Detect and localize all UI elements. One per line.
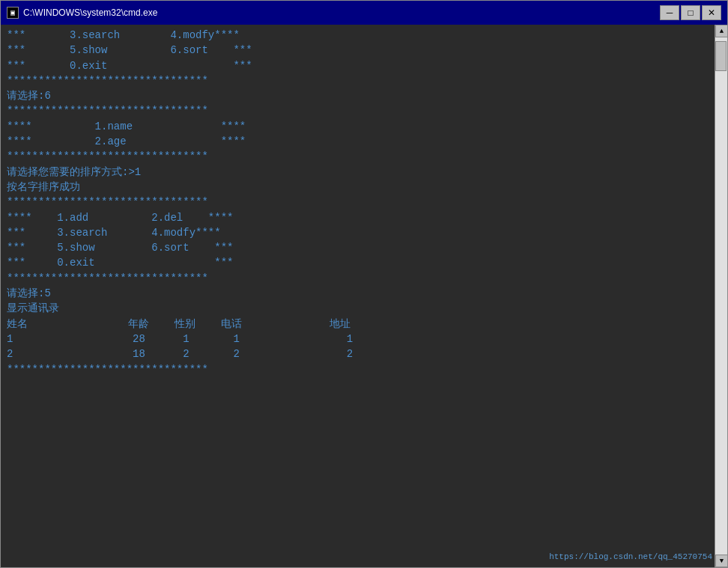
console-output[interactable]: *** 3.search 4.modfy******* 5.show 6.sor… bbox=[1, 25, 715, 567]
console-line: 显示通讯录 bbox=[7, 301, 709, 316]
console-line: *** 0.exit *** bbox=[7, 255, 709, 270]
console-line: *** 0.exit *** bbox=[7, 58, 709, 73]
scroll-down-button[interactable]: ▼ bbox=[715, 555, 727, 567]
scroll-up-button[interactable]: ▲ bbox=[715, 25, 727, 37]
scroll-track bbox=[715, 37, 727, 555]
console-line: 按名字排序成功 bbox=[7, 180, 709, 195]
cmd-window: ▣ C:\WINDOWS\system32\cmd.exe ─ □ ✕ *** … bbox=[0, 0, 728, 568]
console-line: 2 18 2 2 2 bbox=[7, 346, 709, 361]
console-line: *** 5.show 6.sort *** bbox=[7, 43, 709, 58]
title-bar: ▣ C:\WINDOWS\system32\cmd.exe ─ □ ✕ bbox=[1, 1, 727, 25]
title-bar-left: ▣ C:\WINDOWS\system32\cmd.exe bbox=[7, 7, 157, 19]
console-line: 请选择:5 bbox=[7, 286, 709, 301]
close-button[interactable]: ✕ bbox=[702, 5, 721, 20]
console-line: **** 1.name **** bbox=[7, 119, 709, 134]
scrollbar[interactable]: ▲ ▼ bbox=[715, 25, 727, 567]
console-line: **** 1.add 2.del **** bbox=[7, 210, 709, 225]
maximize-button[interactable]: □ bbox=[681, 5, 700, 20]
minimize-button[interactable]: ─ bbox=[660, 5, 679, 20]
console-line: ******************************** bbox=[7, 195, 709, 210]
watermark: https://blog.csdn.net/qq_45270754 bbox=[549, 552, 712, 561]
window-controls: ─ □ ✕ bbox=[660, 5, 721, 20]
console-line: ******************************** bbox=[7, 103, 709, 118]
console-area: *** 3.search 4.modfy******* 5.show 6.sor… bbox=[1, 25, 727, 567]
console-line: 请选择:6 bbox=[7, 88, 709, 103]
window-title: C:\WINDOWS\system32\cmd.exe bbox=[23, 7, 157, 18]
console-line: *** 3.search 4.modfy**** bbox=[7, 28, 709, 43]
console-line: ******************************** bbox=[7, 362, 709, 377]
console-line: *** 3.search 4.modfy**** bbox=[7, 225, 709, 240]
console-line: 姓名 年龄 性别 电话 地址 bbox=[7, 317, 709, 332]
scroll-thumb[interactable] bbox=[715, 41, 727, 71]
console-line: ******************************** bbox=[7, 271, 709, 286]
console-line: 请选择您需要的排序方式:>1 bbox=[7, 165, 709, 180]
console-line: ******************************** bbox=[7, 149, 709, 164]
console-line: *** 5.show 6.sort *** bbox=[7, 240, 709, 255]
console-line: 1 28 1 1 1 bbox=[7, 332, 709, 346]
cmd-icon: ▣ bbox=[7, 7, 19, 19]
console-line: **** 2.age **** bbox=[7, 134, 709, 149]
console-line: ******************************** bbox=[7, 73, 709, 88]
